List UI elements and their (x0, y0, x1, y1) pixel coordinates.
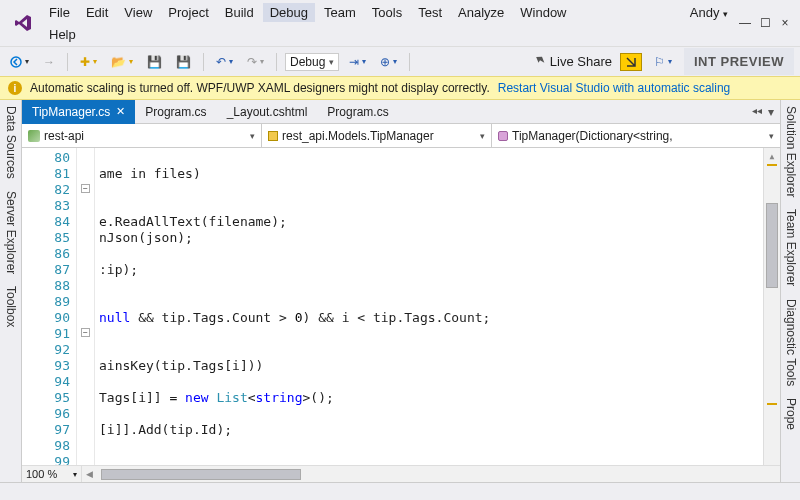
undo-button[interactable]: ↶▾ (212, 53, 237, 71)
code-line[interactable]: :ip); (99, 262, 763, 278)
file-tab-strip: TipManager.cs✕Program.cs_Layout.cshtmlPr… (22, 100, 780, 124)
menu-project[interactable]: Project (161, 3, 215, 22)
line-number: 99 (24, 454, 70, 465)
side-tab-solution-explorer[interactable]: Solution Explorer (782, 100, 800, 203)
info-bar: i Automatic scaling is turned off. WPF/U… (0, 76, 800, 100)
scroll-thumb[interactable] (766, 203, 778, 288)
fold-marker (77, 388, 94, 404)
code-line[interactable]: Tags[i]] = new List<string>(); (99, 390, 763, 406)
menu-view[interactable]: View (117, 3, 159, 22)
file-tab[interactable]: Program.cs (317, 100, 398, 124)
fold-marker (77, 212, 94, 228)
code-line[interactable] (99, 278, 763, 294)
code-line[interactable] (99, 438, 763, 454)
nav-back-button[interactable]: ▾ (6, 54, 33, 70)
line-number: 97 (24, 422, 70, 438)
side-tab-prope[interactable]: Prope (782, 392, 800, 436)
nav-type-combo[interactable]: rest_api.Models.TipManager▾ (262, 124, 492, 147)
csproj-icon (28, 130, 40, 142)
class-icon (268, 131, 278, 141)
file-tab[interactable]: Program.cs (135, 100, 216, 124)
save-button[interactable]: 💾 (143, 53, 166, 71)
line-number: 80 (24, 150, 70, 166)
fold-marker (77, 340, 94, 356)
minimize-button[interactable]: — (738, 16, 752, 30)
side-tab-toolbox[interactable]: Toolbox (2, 280, 20, 333)
horizontal-scrollbar[interactable]: 100 %▾ ◀ (22, 465, 780, 482)
code-line[interactable] (99, 406, 763, 422)
menu-bar: FileEditViewProjectBuildDebugTeamToolsTe… (0, 0, 800, 46)
live-share-button[interactable]: Live Share (532, 54, 612, 69)
menu-debug[interactable]: Debug (263, 3, 315, 22)
config-combo[interactable]: Debug▾ (285, 53, 339, 71)
code-line[interactable] (99, 326, 763, 342)
close-button[interactable]: × (778, 16, 792, 30)
code-line[interactable] (99, 374, 763, 390)
notifications-button[interactable] (620, 53, 642, 71)
side-tab-team-explorer[interactable]: Team Explorer (782, 203, 800, 292)
step-button[interactable]: ⇥▾ (345, 53, 370, 71)
tab-dropdown-icon[interactable]: ▾ (768, 105, 774, 119)
fold-column[interactable]: −−− (77, 148, 95, 465)
code-line[interactable] (99, 246, 763, 262)
maximize-button[interactable]: ☐ (758, 16, 772, 30)
fold-marker[interactable]: − (77, 324, 94, 340)
file-tab[interactable]: TipManager.cs✕ (22, 100, 135, 124)
code-line[interactable] (99, 294, 763, 310)
menu-tools[interactable]: Tools (365, 3, 409, 22)
svg-point-0 (11, 57, 21, 67)
redo-button[interactable]: ↷▾ (243, 53, 268, 71)
user-menu[interactable]: Andy ▾ (684, 3, 734, 22)
fold-marker (77, 452, 94, 465)
side-tab-server-explorer[interactable]: Server Explorer (2, 185, 20, 280)
nav-project-combo[interactable]: rest-api▾ (22, 124, 262, 147)
side-tab-data-sources[interactable]: Data Sources (2, 100, 20, 185)
left-sidebar: Data SourcesServer ExplorerToolbox (0, 100, 22, 482)
code-line[interactable]: ame in files) (99, 166, 763, 182)
code-line[interactable]: ainsKey(tip.Tags[i])) (99, 358, 763, 374)
menu-edit[interactable]: Edit (79, 3, 115, 22)
open-button[interactable]: 📂▾ (107, 53, 137, 71)
hscroll-thumb[interactable] (101, 469, 301, 480)
code-line[interactable] (99, 342, 763, 358)
code-line[interactable] (99, 150, 763, 166)
menu-test[interactable]: Test (411, 3, 449, 22)
nav-bar: rest-api▾ rest_api.Models.TipManager▾ Ti… (22, 124, 780, 148)
file-tab[interactable]: _Layout.cshtml (217, 100, 318, 124)
code-line[interactable]: null && tip.Tags.Count > 0) && i < tip.T… (99, 310, 763, 326)
menu-analyze[interactable]: Analyze (451, 3, 511, 22)
nav-member-combo[interactable]: TipManager(Dictionary<string,▾ (492, 124, 780, 147)
zoom-combo[interactable]: 100 %▾ (22, 466, 82, 483)
menu-file[interactable]: File (42, 3, 77, 22)
code-line[interactable] (99, 198, 763, 214)
tab-label: TipManager.cs (32, 105, 110, 119)
fold-marker (77, 404, 94, 420)
nav-fwd-button[interactable]: → (39, 53, 59, 71)
attach-button[interactable]: ⊕▾ (376, 53, 401, 71)
code-line[interactable]: e.ReadAllText(filename); (99, 214, 763, 230)
close-icon[interactable]: ✕ (116, 105, 125, 118)
side-tab-diagnostic-tools[interactable]: Diagnostic Tools (782, 293, 800, 392)
save-all-button[interactable]: 💾 (172, 53, 195, 71)
menu-team[interactable]: Team (317, 3, 363, 22)
menu-build[interactable]: Build (218, 3, 261, 22)
fold-marker (77, 292, 94, 308)
fold-marker[interactable]: − (77, 180, 94, 196)
code-editor[interactable]: 8081828384858687888990919293949596979899… (22, 148, 780, 465)
fold-marker (77, 356, 94, 372)
menu-help[interactable]: Help (42, 25, 83, 44)
new-item-button[interactable]: ✚▾ (76, 53, 101, 71)
menu-window[interactable]: Window (513, 3, 573, 22)
vertical-scrollbar[interactable]: ▲ (763, 148, 780, 465)
code-line[interactable] (99, 182, 763, 198)
line-number: 85 (24, 230, 70, 246)
code-line[interactable]: nJson(json); (99, 230, 763, 246)
tab-label: Program.cs (145, 105, 206, 119)
code-area[interactable]: ame in files)e.ReadAllText(filename);nJs… (95, 148, 763, 465)
code-line[interactable] (99, 454, 763, 465)
info-text: Automatic scaling is turned off. WPF/UWP… (30, 81, 490, 95)
code-line[interactable]: [i]].Add(tip.Id); (99, 422, 763, 438)
info-restart-link[interactable]: Restart Visual Studio with automatic sca… (498, 81, 731, 95)
tab-overflow-icon[interactable]: ◂◂ (752, 105, 762, 119)
feedback-button[interactable]: ⚐▾ (650, 53, 676, 71)
